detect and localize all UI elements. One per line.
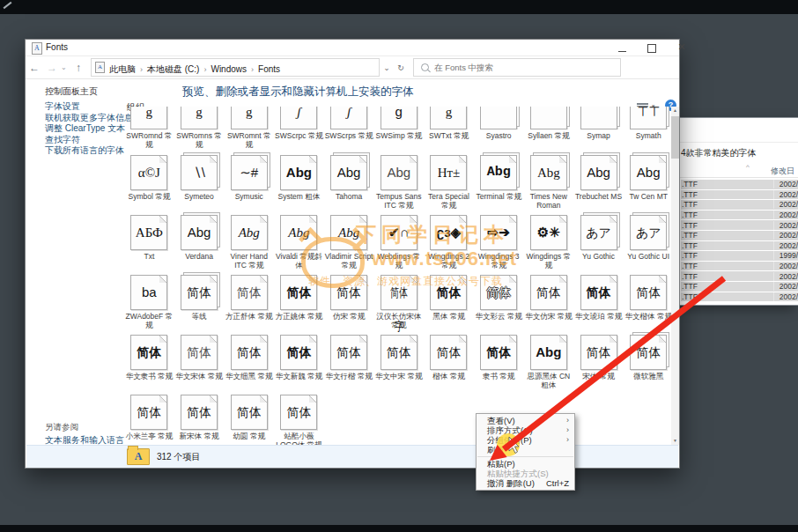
- font-tile[interactable]: 简体仿宋 常规: [324, 273, 374, 330]
- font-tile[interactable]: ⚙✳Wingdings 常规: [524, 213, 574, 270]
- font-tile[interactable]: 简体华文行楷 常规: [324, 333, 374, 390]
- font-tile[interactable]: Abg思源黑体 CN 粗体: [524, 333, 574, 390]
- font-tile[interactable]: AbgVerdana: [174, 213, 225, 270]
- file-row[interactable]: .TTF2002/: [681, 271, 798, 281]
- font-tile[interactable]: Hт±Tera Special 常规: [424, 153, 474, 211]
- font-tile[interactable]: 简体华文宋体 常规: [174, 333, 225, 390]
- font-tile[interactable]: AbgTw Cen MT: [624, 153, 674, 211]
- file-row[interactable]: .TTF2002/: [681, 190, 798, 200]
- back-button[interactable]: ←: [26, 62, 43, 74]
- font-tile[interactable]: baZWAdobeF 常规: [124, 273, 174, 330]
- font-tile[interactable]: 简体华文仿宋 常规: [524, 273, 574, 330]
- file-row[interactable]: .TTF2002/: [681, 180, 798, 189]
- search-box[interactable]: [413, 58, 621, 77]
- font-tile[interactable]: 简体华文琥珀 常规: [573, 273, 624, 330]
- font-tile[interactable]: 简体华文新魏 常规: [274, 333, 324, 390]
- font-tile[interactable]: gSWTxt 常规: [424, 107, 474, 150]
- scrollbar-thumb[interactable]: [671, 116, 679, 159]
- font-tile[interactable]: ∖\Symeteo: [174, 153, 225, 211]
- context-menu-item[interactable]: 粘贴快捷方式(S): [477, 469, 574, 478]
- file-row[interactable]: .TTF2002/: [681, 262, 798, 271]
- context-menu-item[interactable]: 查看(V)›: [477, 416, 574, 425]
- font-tile[interactable]: 简体隶书 常规: [474, 333, 524, 390]
- breadcrumb-item[interactable]: Fonts: [258, 64, 280, 74]
- font-tile[interactable]: AbgTimes New Roman: [524, 153, 574, 211]
- font-tile[interactable]: АБФTxt: [124, 213, 174, 270]
- font-tile[interactable]: 简体微软雅黑: [624, 333, 674, 390]
- breadcrumb-item[interactable]: 此电脑: [109, 64, 136, 74]
- background-window[interactable]: 4款非常精美的字体 ^ 修改日 .TTF2002/.TTF2002/.TTF20…: [678, 117, 798, 306]
- font-tile[interactable]: 简体站酷小薇LOGO体 常规: [274, 393, 324, 450]
- file-row[interactable]: .TTF2002/: [681, 282, 798, 292]
- search-input[interactable]: [432, 62, 620, 73]
- font-tile[interactable]: AbgVladimir Script 常规: [324, 213, 374, 270]
- minimize-button[interactable]: [609, 40, 635, 55]
- font-tile[interactable]: ʃSWScrps 常规: [324, 107, 374, 150]
- maximize-button[interactable]: [639, 40, 665, 55]
- font-tile[interactable]: AbgTerminal 常规: [474, 153, 524, 211]
- font-tile[interactable]: AbgTempus Sans ITC 常规: [373, 153, 424, 211]
- font-tile[interactable]: 简体新宋体 常规: [174, 393, 225, 450]
- font-tile[interactable]: gSWRomnt 常规: [224, 107, 274, 150]
- font-tile[interactable]: 简体字汉仪长仿宋体 常规: [373, 273, 424, 330]
- font-tile[interactable]: 简体等线: [174, 273, 225, 330]
- file-row[interactable]: .TTF2002/: [681, 231, 798, 240]
- file-row[interactable]: .TTF1999/: [681, 251, 798, 261]
- font-tile[interactable]: ✔∩Webdings 常规: [373, 213, 424, 270]
- refresh-icon[interactable]: ↻: [394, 63, 408, 72]
- address-box[interactable]: A 此电脑›本地磁盘 (C:)›Windows›Fonts: [91, 58, 380, 77]
- font-tile[interactable]: 简体华文彩云 常规: [474, 273, 524, 330]
- font-tile[interactable]: gSWRomns 常规: [174, 107, 225, 150]
- font-tile[interactable]: AbgTahoma: [324, 153, 374, 211]
- scroll-down-icon[interactable]: ▼: [671, 437, 679, 445]
- context-menu-item[interactable]: 粘贴(P): [477, 459, 574, 469]
- file-row[interactable]: .TTF2002/: [681, 200, 798, 210]
- font-tile[interactable]: 简体华文隶书 常规: [124, 333, 174, 390]
- context-menu-item[interactable]: 排序方式(O)›: [477, 425, 574, 435]
- file-row[interactable]: .TTF2002/: [681, 220, 798, 230]
- font-tile[interactable]: Syastro: [474, 107, 524, 150]
- font-tile[interactable]: ʃSWScrpc 常规: [274, 107, 324, 150]
- close-button[interactable]: ✕: [669, 40, 695, 55]
- column-date-modified[interactable]: 修改日: [771, 166, 794, 177]
- font-tile[interactable]: ∼#Symusic: [224, 153, 274, 211]
- font-tile[interactable]: ⇨➔Wingdings 3 常规: [474, 213, 524, 270]
- breadcrumb-item[interactable]: Windows: [211, 64, 247, 74]
- sidebar-item[interactable]: 下载所有语言的字体: [45, 144, 124, 157]
- font-tile[interactable]: 简体华文细黑 常规: [224, 333, 274, 390]
- font-tile[interactable]: α©JSymbol 常规: [124, 153, 174, 211]
- font-tile[interactable]: 简体宋体 常规: [573, 333, 624, 390]
- context-menu-item[interactable]: 分组依据(P)›: [477, 435, 574, 445]
- font-tile[interactable]: あアYu Gothic UI: [624, 213, 674, 270]
- context-menu-item[interactable]: 撤消 删除(U)Ctrl+Z: [477, 478, 574, 488]
- context-menu-item[interactable]: 刷新: [477, 445, 574, 454]
- font-tile[interactable]: AbgViner Hand ITC 常规: [224, 213, 274, 270]
- font-tile[interactable]: AbgSystem 粗体: [274, 153, 324, 211]
- font-tile[interactable]: gSWSimp 常规: [373, 107, 424, 150]
- font-tile[interactable]: AbgVivaldi 常规斜体: [274, 213, 324, 270]
- font-tile[interactable]: 简体方正姚体 常规: [274, 273, 324, 330]
- history-dropdown-icon[interactable]: ⌄: [61, 63, 70, 71]
- font-tile[interactable]: ⊤⊤Symath: [624, 107, 674, 150]
- scroll-up-icon[interactable]: ▲: [671, 107, 679, 115]
- font-tile[interactable]: 简体黑体 常规: [424, 273, 474, 330]
- address-dropdown-icon[interactable]: ⌄: [380, 63, 394, 72]
- font-tile[interactable]: あアYu Gothic: [573, 213, 624, 270]
- sidebar-item-control-panel-home[interactable]: 控制面板主页: [45, 85, 98, 98]
- font-tile[interactable]: gSWRomnd 常规: [124, 107, 174, 150]
- scrollbar[interactable]: ▲ ▼: [671, 107, 679, 445]
- font-tile[interactable]: 简体楷体 常规: [424, 333, 474, 390]
- font-tile[interactable]: 简体方正舒体 常规: [224, 273, 274, 330]
- font-tile[interactable]: 简体小米兰亭 常规: [124, 393, 174, 450]
- font-tile[interactable]: Symap: [573, 107, 624, 150]
- up-button[interactable]: ↑: [70, 62, 87, 74]
- font-tile[interactable]: Syllaen 常规: [524, 107, 574, 150]
- breadcrumb-item[interactable]: 本地磁盘 (C:): [147, 64, 199, 74]
- font-tile[interactable]: 简体华文楷体 常规: [624, 273, 674, 330]
- file-row[interactable]: .TTF2002/: [681, 241, 798, 251]
- font-tile[interactable]: 简体华文中宋 常规: [373, 333, 424, 390]
- font-tile[interactable]: 简体幼圆 常规: [224, 393, 274, 450]
- file-row[interactable]: .TTF2002/: [681, 211, 798, 220]
- font-tile[interactable]: ʗз◈Wingdings 2 常规: [424, 213, 474, 270]
- forward-button[interactable]: →: [43, 62, 61, 74]
